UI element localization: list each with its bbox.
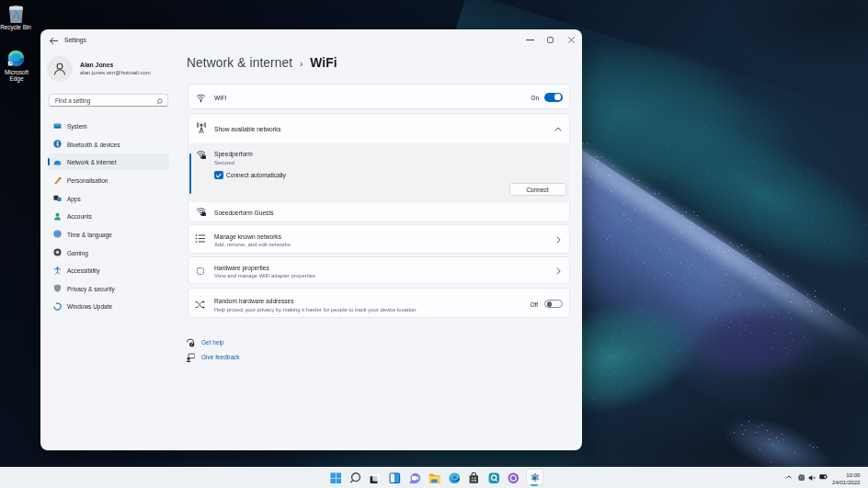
svg-text:?: ? (190, 342, 193, 346)
